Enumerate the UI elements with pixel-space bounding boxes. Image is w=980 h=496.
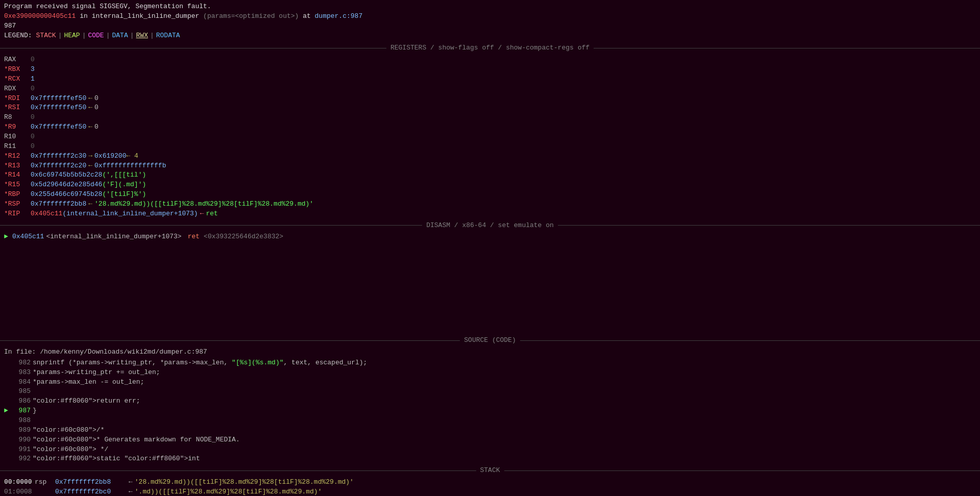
reg-arrow-val: 0 (94, 122, 99, 132)
source-file-line: In file: /home/kenny/Downloads/wiki2md/d… (4, 348, 976, 357)
reg-name: *RIP (4, 209, 31, 219)
legend-label: LEGEND: (4, 31, 32, 41)
reg-value: 3 (31, 65, 35, 75)
register-row: *RBP0x255d466c69745b28 ('[tilF]%') (4, 190, 976, 200)
disasm-comment: <0x393225646d2e3832> (204, 232, 283, 242)
legend-rodata: RODATA (156, 31, 180, 41)
source-current-arrow: ► (4, 406, 12, 416)
reg-arrow: ← (88, 94, 92, 104)
source-line-number: 991 (12, 445, 31, 455)
reg-str: ('[tilF]%') (102, 190, 146, 200)
register-row: *R130x7fffffff2c20 ← 0xfffffffffffffffb (4, 161, 976, 171)
register-row: RDX0 (4, 84, 976, 94)
disasm-section: ► 0x405c11 <internal_link_inline_dumper+… (0, 231, 980, 243)
stack-offset: 00:0000 (4, 478, 35, 487)
source-line-number: 982 (12, 358, 31, 368)
source-line-number: 987 (12, 406, 31, 416)
reg-name: *R12 (4, 152, 31, 161)
stack-ptr: 0x7fffffff2bb8 (55, 478, 127, 487)
signal-line: Program received signal SIGSEGV, Segment… (4, 2, 976, 12)
source-line-number: 983 (12, 368, 31, 378)
reg-value: 0 (31, 55, 35, 65)
source-row: 991 "color:#60c080"> */ (4, 445, 976, 455)
reg-name: *R15 (4, 180, 31, 190)
reg-value: 0 (31, 113, 35, 122)
reg-value: 0 (31, 142, 35, 152)
reg-arrow: ← (88, 161, 92, 171)
reg-value: 1 (31, 75, 35, 84)
source-code: *params->max_len -= out_len; (33, 378, 144, 387)
crash-params: (params=<optimized out>) (203, 12, 299, 20)
register-row: R100 (4, 132, 976, 142)
source-line-number: 992 (12, 454, 31, 464)
register-row: *RDI0x7fffffffef50 ← 0 (4, 94, 976, 104)
register-row: *R140x6c69745b5b5b2c28 (',[[[til') (4, 170, 976, 180)
reg-name: R10 (4, 132, 31, 142)
register-row: *RIP0x405c11 (internal_link_inline_dumpe… (4, 209, 976, 219)
reg-name: *RBP (4, 190, 31, 200)
source-row: 992 "color:#ff8060">static "color:#ff806… (4, 454, 976, 464)
reg-value: 0x7fffffff2c30 (31, 152, 86, 161)
reg-name: *RSI (4, 103, 31, 113)
source-line-number: 989 (12, 426, 31, 435)
source-row: 989 "color:#60c080">/* (4, 426, 976, 435)
source-line-number: 986 (12, 396, 31, 406)
reg-arrow-val: 0xfffffffffffffffb (94, 161, 166, 171)
source-code: "color:#60c080">/* (33, 426, 104, 435)
stack-reg: rsp (35, 478, 55, 487)
register-row: *RCX1 (4, 75, 976, 84)
source-row: 986 "color:#ff8060">return err; (4, 396, 976, 406)
reg-arrow-val: 0 (94, 94, 99, 104)
reg-name: *R14 (4, 170, 31, 180)
register-row: R110 (4, 142, 976, 152)
register-row: R80 (4, 113, 976, 122)
disasm-addr: 0x405c11 (12, 232, 44, 242)
stack-row: 01:0008 0x7fffffff2bc0 ← '.md))([[tilF]%… (4, 487, 976, 496)
legend-data: DATA (112, 31, 128, 41)
disasm-func: <internal_link_inline_dumper+1073> (46, 232, 181, 242)
stack-val: '.md))([[tilF]%28.md%29]%28[tilF]%28.md%… (135, 487, 322, 496)
reg-str: (',[[[til') (102, 170, 146, 180)
register-row: *R90x7fffffffef50 ← 0 (4, 122, 976, 132)
crash-at: at (303, 12, 314, 20)
crash-func: in internal_link_inline_dumper (80, 12, 203, 20)
reg-func: (internal_link_inline_dumper+1073) (62, 209, 198, 219)
source-line-number: 988 (12, 416, 31, 426)
reg-arrow: ← (88, 200, 92, 209)
reg-name: R11 (4, 142, 31, 152)
reg-arrow: ← (88, 103, 92, 113)
reg-str: ('F](.md]') (102, 180, 146, 190)
reg-name: *RBX (4, 65, 31, 75)
reg-value: 0 (31, 84, 35, 94)
register-row: *RBX3 (4, 65, 976, 75)
reg-value: 0x405c11 (31, 209, 62, 219)
reg-value: 0x7fffffffef50 (31, 103, 86, 113)
reg-value: 0x7fffffff2c20 (31, 161, 86, 171)
source-section: In file: /home/kenny/Downloads/wiki2md/d… (0, 346, 980, 465)
reg-value: 0x6c69745b5b5b2c28 (31, 170, 102, 180)
source-code: "color:#60c080">* Generates markdown for… (33, 435, 240, 445)
source-line-number: 984 (12, 378, 31, 387)
register-row: *RSI0x7fffffffef50 ← 0 (4, 103, 976, 113)
source-divider: SOURCE (CODE) (0, 336, 980, 345)
reg-name: *R13 (4, 161, 31, 171)
reg-name: *R9 (4, 122, 31, 132)
reg-value: 0 (31, 132, 35, 142)
stack-divider: STACK (0, 466, 980, 476)
source-code: *params->writing_ptr += out_len; (33, 368, 160, 378)
crash-line: 0xe390000000405c11 in internal_link_inli… (4, 12, 976, 21)
registers-divider: REGISTERS / show-flags off / show-compac… (0, 43, 980, 53)
stack-arrow: ← (129, 487, 133, 496)
source-line-number: 990 (12, 435, 31, 445)
stack-offset: 01:0008 (4, 487, 35, 496)
source-row: 988 (4, 416, 976, 426)
disasm-current-arrow: ► (4, 232, 12, 242)
crash-file: dumper.c:987 (315, 12, 363, 20)
reg-name: R8 (4, 113, 31, 122)
crash-line-number: 987 (4, 21, 976, 31)
disasm-instruction: ret (188, 232, 200, 242)
reg-arrow-val: 0x619200 (94, 152, 126, 161)
disasm-divider: DISASM / x86-64 / set emulate on (0, 221, 980, 231)
disasm-row: ► 0x405c11 <internal_link_inline_dumper+… (4, 232, 976, 242)
reg-value: 0x7fffffffef50 (31, 122, 86, 132)
